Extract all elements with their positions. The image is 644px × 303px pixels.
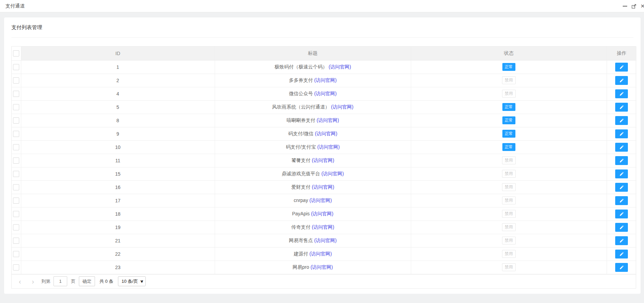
official-site-link[interactable]: (访问官网) [329,64,351,70]
pencil-icon [619,172,624,176]
minimize-icon[interactable] [620,0,629,12]
official-site-link[interactable]: (访问官网) [309,198,332,203]
edit-button[interactable] [615,89,628,98]
row-checkbox[interactable] [13,211,19,217]
window-titlebar: 支付通道 ✕ [0,0,644,12]
edit-button[interactable] [615,156,628,165]
official-site-link[interactable]: (访问官网) [314,91,336,96]
pencil-icon [619,198,624,203]
row-checkbox[interactable] [13,104,19,110]
close-icon[interactable]: ✕ [638,0,644,12]
row-id: 17 [21,194,215,207]
row-checkbox[interactable] [13,264,19,270]
edit-button[interactable] [615,169,628,178]
status-badge[interactable]: 正常 [502,143,515,151]
column-header-action: 操作 [607,47,636,60]
status-badge[interactable]: 禁用 [502,90,516,98]
official-site-link[interactable]: (访问官网) [321,171,344,176]
row-checkbox[interactable] [13,171,19,177]
row-title: 多多券支付 [289,77,314,83]
edit-button[interactable] [615,129,628,138]
table-row: 10 码支付/支付宝 (访问官网) 正常 [12,140,636,154]
page-size-select[interactable]: 10 条/页 ∨ [118,276,146,286]
status-badge[interactable]: 禁用 [502,223,516,231]
pagination-bar: ‹ › 到第 页 确定 共 0 条 10 条/页 ∨ [12,274,636,288]
select-all-checkbox[interactable] [13,50,19,56]
table-row: 21 网易寄售点 (访问官网) 禁用 [12,234,636,247]
maximize-icon[interactable] [629,0,638,12]
pencil-icon [619,225,624,230]
row-title: 爱财支付 [291,184,312,190]
row-checkbox[interactable] [13,238,19,244]
page-number-input[interactable] [53,276,67,286]
official-site-link[interactable]: (访问官网) [314,77,336,83]
pencil-icon [619,105,624,110]
edit-button[interactable] [615,143,628,152]
confirm-page-button[interactable]: 确定 [79,276,95,286]
table-row: 15 鼎诚游戏充值平台 (访问官网) 禁用 [12,167,636,180]
table-row: 9 码支付/微信 (访问官网) 正常 [12,127,636,140]
edit-button[interactable] [615,250,628,258]
official-site-link[interactable]: (访问官网) [317,144,339,150]
official-site-link[interactable]: (访问官网) [317,117,339,123]
edit-button[interactable] [615,103,628,112]
official-site-link[interactable]: (访问官网) [309,251,332,256]
status-badge[interactable]: 禁用 [502,183,516,191]
status-badge[interactable]: 禁用 [502,263,516,271]
pencil-icon [619,145,624,150]
status-badge[interactable]: 正常 [502,103,515,111]
page-title: 支付列表管理 [11,24,42,31]
status-badge[interactable]: 禁用 [502,76,516,84]
pencil-icon [619,91,624,96]
pencil-icon [619,78,624,83]
row-id: 21 [21,234,215,247]
status-badge[interactable]: 禁用 [502,250,516,258]
row-title: 码支付/支付宝 [286,144,317,150]
row-checkbox[interactable] [13,117,19,124]
official-site-link[interactable]: (访问官网) [312,157,334,163]
status-badge[interactable]: 禁用 [502,210,516,218]
edit-button[interactable] [615,263,628,272]
row-checkbox[interactable] [13,198,19,204]
table-row: 22 建源付 (访问官网) 禁用 [12,247,636,261]
edit-button[interactable] [615,76,628,85]
edit-button[interactable] [615,210,628,218]
row-title: 网易pro [293,264,310,270]
status-badge[interactable]: 正常 [502,63,515,71]
official-site-link[interactable]: (访问官网) [310,264,333,270]
row-id: 16 [21,180,215,194]
row-checkbox[interactable] [13,144,19,150]
official-site-link[interactable]: (访问官网) [314,238,336,243]
edit-button[interactable] [615,116,628,125]
table-row: 17 cnrpay (访问官网) 禁用 [12,194,636,207]
official-site-link[interactable]: (访问官网) [312,184,334,190]
official-site-link[interactable]: (访问官网) [315,131,337,136]
chevron-down-icon: ∨ [140,279,144,283]
row-checkbox[interactable] [13,224,19,230]
edit-button[interactable] [615,63,628,72]
official-site-link[interactable]: (访问官网) [311,211,333,216]
row-checkbox[interactable] [13,77,19,84]
status-badge[interactable]: 禁用 [502,170,516,178]
row-checkbox[interactable] [13,251,19,257]
row-checkbox[interactable] [13,91,19,97]
row-checkbox[interactable] [13,184,19,190]
edit-button[interactable] [615,236,628,245]
status-badge[interactable]: 禁用 [502,156,516,164]
edit-button[interactable] [615,196,628,205]
official-site-link[interactable]: (访问官网) [331,104,353,110]
official-site-link[interactable]: (访问官网) [312,224,334,230]
row-title: 建源付 [294,251,309,256]
row-checkbox[interactable] [13,64,19,70]
prev-page-icon[interactable]: ‹ [18,278,22,285]
status-badge[interactable]: 正常 [502,116,515,124]
pencil-icon [619,158,624,163]
status-badge[interactable]: 禁用 [502,197,516,204]
edit-button[interactable] [615,183,628,192]
row-checkbox[interactable] [13,131,19,137]
next-page-icon[interactable]: › [31,278,35,285]
status-badge[interactable]: 禁用 [502,237,516,244]
status-badge[interactable]: 正常 [502,130,515,138]
row-checkbox[interactable] [13,157,19,164]
edit-button[interactable] [615,223,628,232]
